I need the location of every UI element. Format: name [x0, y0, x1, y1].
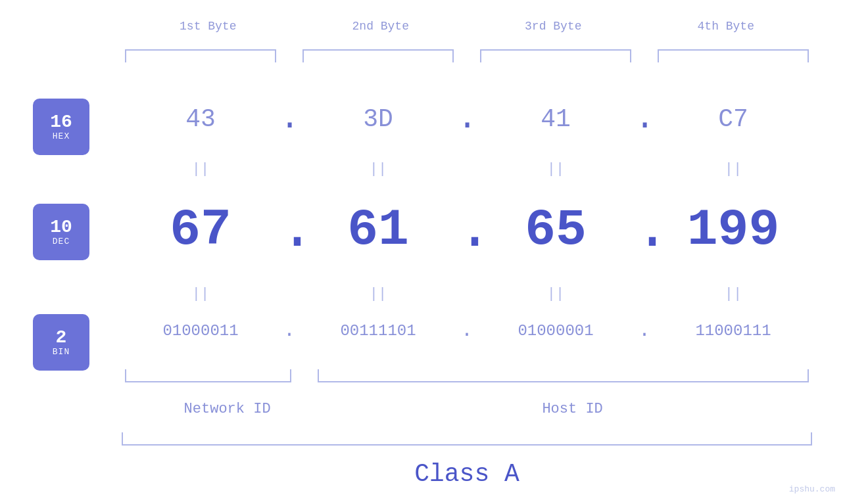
hex-byte-2: 3D	[299, 105, 457, 133]
eq-5: ||	[122, 286, 279, 302]
hex-badge-number: 16	[50, 113, 72, 131]
eq-7: ||	[477, 286, 635, 302]
top-bracket-1	[125, 49, 276, 62]
col-label-2: 2nd Byte	[295, 20, 468, 33]
watermark: ipshu.com	[789, 484, 835, 494]
dec-dot-2: .	[457, 200, 477, 260]
hex-dot-2: .	[457, 102, 477, 136]
bin-row: 01000011 . 00111101 . 01000001 . 1100011…	[122, 321, 812, 340]
host-id-label: Host ID	[333, 401, 812, 417]
eq-3: ||	[477, 161, 635, 177]
dec-byte-4: 199	[654, 201, 812, 259]
bin-dot-3: .	[635, 321, 654, 340]
dec-row: 67 . 61 . 65 . 199	[122, 200, 812, 260]
hex-byte-1: 43	[122, 105, 279, 133]
dec-byte-1: 67	[122, 201, 279, 259]
eq-2: ||	[299, 161, 457, 177]
network-bracket	[125, 369, 291, 382]
eq-6: ||	[299, 286, 457, 302]
top-bracket-3	[480, 49, 631, 62]
top-bracket-4	[658, 49, 809, 62]
col-label-4: 4th Byte	[640, 20, 813, 33]
bin-dot-2: .	[457, 321, 477, 340]
hex-byte-4: C7	[654, 105, 812, 133]
bin-dot-1: .	[279, 321, 299, 340]
hex-badge-label: HEX	[53, 131, 70, 141]
col-label-1: 1st Byte	[122, 20, 295, 33]
bin-byte-1: 01000011	[122, 322, 279, 340]
eq-4: ||	[654, 161, 812, 177]
dec-byte-2: 61	[299, 201, 457, 259]
dec-dot-1: .	[279, 200, 299, 260]
equals-row-2: || || || ||	[122, 286, 812, 302]
bin-badge-number: 2	[56, 329, 67, 347]
eq-8: ||	[654, 286, 812, 302]
hex-byte-3: 41	[477, 105, 635, 133]
hex-row: 43 . 3D . 41 . C7	[122, 102, 812, 136]
hex-dot-1: .	[279, 102, 299, 136]
eq-1: ||	[122, 161, 279, 177]
column-labels: 1st Byte 2nd Byte 3rd Byte 4th Byte	[122, 20, 812, 33]
bin-byte-2: 00111101	[299, 322, 457, 340]
network-id-label: Network ID	[122, 401, 333, 417]
top-bracket-2	[302, 49, 454, 62]
bin-badge-label: BIN	[53, 347, 70, 357]
dec-badge: 10 DEC	[33, 204, 89, 260]
host-bracket	[318, 369, 809, 382]
dec-badge-number: 10	[50, 218, 72, 237]
bin-byte-3: 01000001	[477, 322, 635, 340]
equals-row-1: || || || ||	[122, 161, 812, 177]
bin-badge: 2 BIN	[33, 314, 89, 371]
top-brackets	[122, 49, 812, 62]
bin-byte-4: 11000111	[654, 322, 812, 340]
bottom-brackets	[122, 369, 812, 382]
hex-badge: 16 HEX	[33, 99, 89, 155]
class-a-label: Class A	[122, 460, 812, 488]
dec-dot-3: .	[635, 200, 654, 260]
hex-dot-3: .	[635, 102, 654, 136]
dec-byte-3: 65	[477, 201, 635, 259]
dec-badge-label: DEC	[53, 237, 70, 246]
class-bracket	[122, 432, 812, 446]
main-container: 16 HEX 10 DEC 2 BIN 1st Byte 2nd Byte 3r…	[0, 0, 845, 504]
col-label-3: 3rd Byte	[467, 20, 640, 33]
